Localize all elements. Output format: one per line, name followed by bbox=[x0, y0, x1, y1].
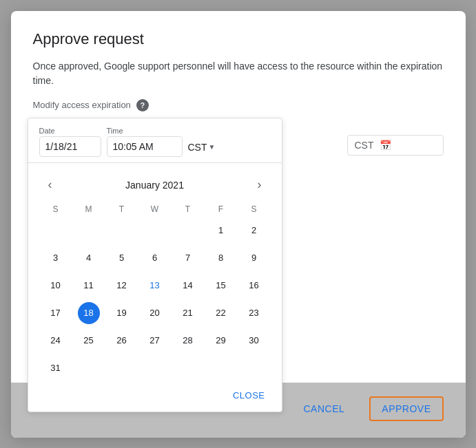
calendar-day[interactable]: 14 bbox=[172, 272, 205, 299]
calendar-week-row: 3456789 bbox=[39, 244, 271, 272]
calendar-day[interactable]: 27 bbox=[138, 327, 172, 354]
calendar-day bbox=[172, 354, 205, 382]
calendar-day bbox=[238, 354, 271, 382]
calendar-day bbox=[205, 354, 238, 382]
calendar-day[interactable]: 2 bbox=[238, 217, 271, 244]
calendar-day[interactable]: 10 bbox=[39, 272, 72, 299]
calendar-day bbox=[138, 354, 172, 382]
calendar-day bbox=[72, 217, 105, 244]
close-button[interactable]: CLOSE bbox=[227, 387, 271, 403]
date-input-group: Date bbox=[39, 127, 101, 157]
calendar-day bbox=[72, 354, 105, 382]
calendar-day[interactable]: 20 bbox=[138, 299, 172, 327]
calendar-day[interactable]: 6 bbox=[138, 244, 172, 272]
calendar-day[interactable]: 30 bbox=[238, 327, 271, 354]
calendar-day[interactable]: 3 bbox=[39, 244, 72, 272]
calendar-day[interactable]: 13 bbox=[138, 272, 172, 299]
calendar-day bbox=[138, 217, 172, 244]
calendar-day[interactable]: 29 bbox=[205, 327, 238, 354]
date-label: Date bbox=[39, 127, 101, 135]
cst-label: CST bbox=[355, 140, 374, 151]
calendar-day[interactable]: 5 bbox=[105, 244, 138, 272]
picker-inputs: Date Time CST ▼ bbox=[28, 118, 282, 163]
calendar-day[interactable]: 28 bbox=[172, 327, 205, 354]
calendar-day[interactable]: 17 bbox=[39, 299, 72, 327]
help-icon[interactable]: ? bbox=[136, 99, 149, 111]
day-of-week-header: T bbox=[105, 202, 138, 217]
approve-dialog: Approve request Once approved, Google su… bbox=[11, 11, 466, 438]
day-of-week-header: M bbox=[72, 202, 105, 217]
cst-field[interactable]: CST 📅 bbox=[347, 135, 444, 156]
calendar-day[interactable]: 25 bbox=[72, 327, 105, 354]
dialog-actions: CANCEL APPROVE bbox=[296, 396, 444, 421]
day-of-week-header: W bbox=[138, 202, 172, 217]
calendar: ‹ January 2021 › SMTWTFS 123456789101112… bbox=[28, 163, 282, 382]
calendar-header: ‹ January 2021 › bbox=[39, 169, 271, 202]
cancel-button[interactable]: CANCEL bbox=[296, 398, 353, 420]
calendar-day[interactable]: 4 bbox=[72, 244, 105, 272]
day-of-week-header: S bbox=[238, 202, 271, 217]
approve-button[interactable]: APPROVE bbox=[369, 396, 443, 421]
calendar-day[interactable]: 7 bbox=[172, 244, 205, 272]
date-input[interactable] bbox=[39, 136, 101, 157]
calendar-week-row: 12 bbox=[39, 217, 271, 244]
calendar-week-row: 24252627282930 bbox=[39, 327, 271, 354]
calendar-day[interactable]: 24 bbox=[39, 327, 72, 354]
calendar-day[interactable]: 22 bbox=[205, 299, 238, 327]
calendar-day[interactable]: 21 bbox=[172, 299, 205, 327]
calendar-week-row: 10111213141516 bbox=[39, 272, 271, 299]
time-input[interactable] bbox=[107, 136, 183, 157]
calendar-week-row: 17181920212223 bbox=[39, 299, 271, 327]
calendar-day[interactable]: 31 bbox=[39, 354, 72, 382]
next-month-button[interactable]: › bbox=[249, 174, 271, 196]
calendar-icon: 📅 bbox=[380, 140, 391, 151]
calendar-day[interactable]: 18 bbox=[72, 299, 105, 327]
day-of-week-header: S bbox=[39, 202, 72, 217]
calendar-day[interactable]: 9 bbox=[238, 244, 271, 272]
calendar-day bbox=[105, 217, 138, 244]
modify-access-row: Modify access expiration ? bbox=[33, 99, 444, 111]
timezone-label: CST bbox=[188, 142, 207, 153]
calendar-day[interactable]: 23 bbox=[238, 299, 271, 327]
picker-close-row: CLOSE bbox=[28, 382, 282, 412]
time-label: Time bbox=[107, 127, 183, 135]
calendar-week-row: 31 bbox=[39, 354, 271, 382]
modify-label: Modify access expiration bbox=[33, 100, 131, 110]
calendar-day bbox=[172, 217, 205, 244]
calendar-day[interactable]: 8 bbox=[205, 244, 238, 272]
dialog-title: Approve request bbox=[33, 30, 444, 48]
timezone-select[interactable]: CST ▼ bbox=[188, 138, 216, 157]
dialog-description: Once approved, Google support personnel … bbox=[33, 59, 444, 88]
calendar-day[interactable]: 16 bbox=[238, 272, 271, 299]
calendar-day[interactable]: 15 bbox=[205, 272, 238, 299]
calendar-day[interactable]: 1 bbox=[205, 217, 238, 244]
day-of-week-header: T bbox=[172, 202, 205, 217]
calendar-grid: SMTWTFS 12345678910111213141516171819202… bbox=[39, 202, 271, 382]
day-of-week-header: F bbox=[205, 202, 238, 217]
prev-month-button[interactable]: ‹ bbox=[39, 174, 61, 196]
calendar-day[interactable]: 12 bbox=[105, 272, 138, 299]
calendar-day bbox=[39, 217, 72, 244]
month-label: January 2021 bbox=[125, 180, 184, 191]
days-of-week-row: SMTWTFS bbox=[39, 202, 271, 217]
calendar-day[interactable]: 11 bbox=[72, 272, 105, 299]
calendar-body: 1234567891011121314151617181920212223242… bbox=[39, 217, 271, 382]
calendar-day bbox=[105, 354, 138, 382]
calendar-day[interactable]: 26 bbox=[105, 327, 138, 354]
date-picker-panel: Date Time CST ▼ ‹ January 2021 › SMTWTFS bbox=[28, 118, 282, 412]
time-input-group: Time bbox=[107, 127, 183, 157]
timezone-arrow: ▼ bbox=[209, 143, 216, 151]
calendar-day[interactable]: 19 bbox=[105, 299, 138, 327]
